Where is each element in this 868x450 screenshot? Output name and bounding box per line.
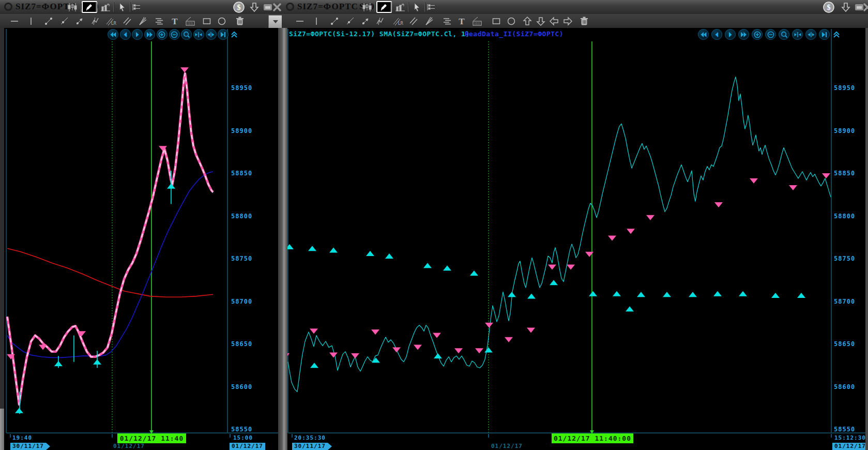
arrow-down-icon[interactable] (248, 2, 261, 12)
draw-arrow-down-icon[interactable] (535, 16, 547, 26)
buy-signal-triangle (613, 291, 621, 296)
draw-zigzag-icon[interactable] (89, 16, 101, 26)
nav-compress-button[interactable] (193, 29, 204, 40)
draw-ray-icon[interactable] (344, 16, 356, 26)
draw-ray-icon[interactable] (58, 16, 70, 26)
nav-zoom-out-button[interactable] (765, 29, 776, 40)
draw-parallel-icon[interactable] (121, 16, 133, 26)
y-axis-label: 58750 (834, 256, 855, 262)
buy-signal-triangle (308, 246, 316, 251)
y-axis-label: 58650 (231, 341, 252, 348)
pencil-icon[interactable] (82, 1, 97, 13)
draw-trash-icon[interactable] (234, 16, 246, 26)
y-axis-label: 58900 (834, 128, 855, 134)
sell-signal-triangle (433, 333, 441, 338)
toolbar-separator (113, 2, 114, 12)
nav-to-end-button[interactable] (819, 29, 830, 40)
draw-rect-icon[interactable] (490, 16, 502, 26)
draw-segment-icon[interactable] (42, 16, 55, 26)
draw-vline-icon[interactable] (310, 16, 323, 26)
draw-arrow-up-icon[interactable] (521, 16, 534, 26)
sell-signal-triangle (414, 345, 422, 350)
series-price_m20_pink (7, 73, 213, 404)
cursor-icon[interactable] (410, 2, 423, 12)
draw-hline-icon[interactable] (8, 16, 21, 26)
draw-trash-icon[interactable] (578, 16, 590, 26)
draw-ellipse-icon[interactable] (505, 16, 517, 26)
y-axis-label: 58700 (834, 298, 855, 305)
window-ring-icon (286, 3, 294, 11)
draw-vline-icon[interactable] (25, 16, 37, 26)
nav-expand-button[interactable] (206, 29, 217, 40)
svg-text:$: $ (237, 4, 241, 11)
nav-step-back-button[interactable] (711, 29, 722, 40)
toolbar-separator (80, 2, 81, 12)
buy-signal-triangle (771, 293, 780, 298)
draw-trend-arrow-icon[interactable] (359, 16, 372, 26)
draw-parallel-icon[interactable] (407, 16, 420, 26)
draw-arrow-left-icon[interactable] (548, 16, 560, 26)
titlebar[interactable]: SIZ7=ФОРТС M20 $ (0, 0, 282, 14)
x-axis-end-date-box: 01/12/17 (832, 443, 868, 450)
nav-rewind-button[interactable] (108, 29, 118, 40)
chart-area[interactable]: 5895058900588505880058750587005865058600… (282, 28, 868, 450)
draw-ellipse-icon[interactable] (216, 16, 228, 26)
toolbar-separator (390, 2, 391, 12)
pencil-icon[interactable] (376, 1, 392, 13)
nav-ffwd-button[interactable] (144, 29, 155, 40)
draw-level-lines-icon[interactable] (441, 16, 453, 26)
dollar-icon[interactable]: $ (233, 2, 245, 12)
titlebar[interactable]: SIZ7=ФОРТС S30 $ (282, 0, 868, 14)
nav-step-fwd-button[interactable] (725, 29, 736, 40)
nav-expand-button[interactable] (805, 29, 816, 40)
draw-trend-arrow-icon[interactable] (73, 16, 86, 26)
toolbar-overflow-dropdown[interactable] (268, 15, 283, 28)
cursor-icon[interactable] (116, 2, 128, 12)
x-axis-end-time: 15:12:30 (834, 435, 866, 441)
close-icon[interactable] (861, 2, 868, 12)
draw-arrow-right-icon[interactable] (561, 16, 574, 26)
levels-icon[interactable] (130, 2, 143, 12)
svg-text:$: $ (827, 4, 831, 11)
trades-icon[interactable] (99, 2, 112, 12)
draw-text-icon[interactable]: T (169, 16, 181, 26)
draw-linreg-icon[interactable]: LR (391, 16, 404, 26)
nav-zoom-in-button[interactable] (157, 29, 167, 40)
nav-compress-button[interactable] (792, 29, 803, 40)
candles-icon[interactable] (361, 2, 373, 12)
candles-icon[interactable] (66, 2, 79, 12)
arrow-down-icon[interactable] (840, 2, 852, 12)
buy-signal-triangle (484, 348, 493, 353)
nav-zoom-out-button[interactable] (169, 29, 180, 40)
nav-collapse-button[interactable] (832, 29, 841, 40)
buy-signal-triangle (739, 291, 747, 296)
draw-keyboard-icon[interactable] (471, 16, 483, 26)
nav-magnify-button[interactable] (779, 29, 789, 40)
draw-level-lines-icon[interactable] (153, 16, 165, 26)
nav-zoom-in-button[interactable] (752, 29, 763, 40)
dollar-icon[interactable]: $ (823, 2, 835, 12)
levels-icon[interactable] (425, 2, 437, 12)
cursor-datetime-box: 01/12/17 11:40:00 (552, 433, 633, 443)
trades-icon[interactable] (394, 2, 406, 12)
draw-text-icon[interactable]: T (455, 16, 468, 26)
x-axis-end-date-box: 01/12/17 (230, 443, 265, 450)
nav-ffwd-button[interactable] (738, 29, 749, 40)
draw-segment-icon[interactable] (328, 16, 341, 26)
y-axis-label: 58850 (834, 170, 855, 177)
chart-area[interactable]: 5895058900588505880058750587005865058600… (0, 28, 282, 450)
draw-hline-icon[interactable] (294, 16, 306, 26)
y-axis-label: 58950 (834, 85, 855, 92)
buy-signal-triangle (15, 408, 23, 413)
draw-fan-icon[interactable] (423, 16, 435, 26)
draw-linreg-icon[interactable]: LR (104, 16, 117, 26)
draw-zigzag-icon[interactable] (374, 16, 386, 26)
nav-rewind-button[interactable] (698, 29, 709, 40)
draw-fan-icon[interactable] (136, 16, 149, 26)
nav-collapse-button[interactable] (230, 29, 238, 40)
y-axis-label: 58950 (231, 85, 252, 92)
draw-keyboard-icon[interactable] (184, 16, 196, 26)
buy-signal-triangle (713, 291, 722, 296)
nav-step-back-button[interactable] (120, 29, 131, 40)
draw-rect-icon[interactable] (201, 16, 213, 26)
